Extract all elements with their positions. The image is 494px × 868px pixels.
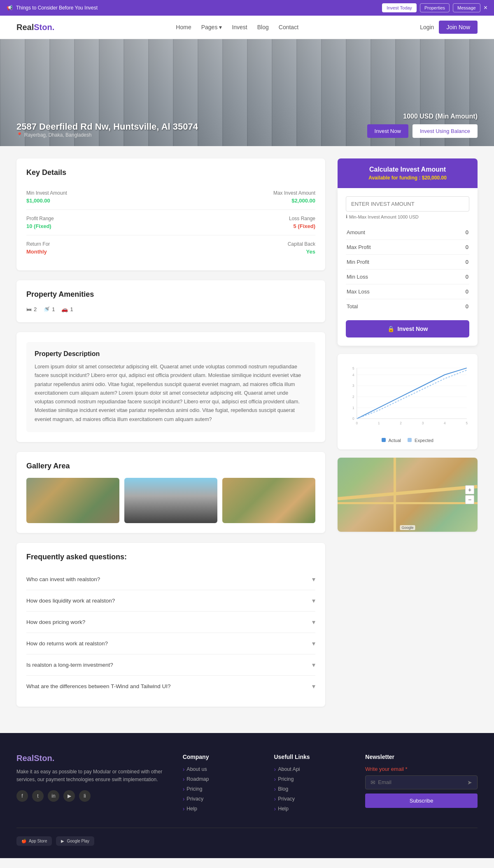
newsletter-input-wrap: ✉ ➤ (365, 775, 478, 789)
nav-invest[interactable]: Invest (232, 24, 247, 30)
faq-question-5[interactable]: Is realston a long-term investment? ▾ (26, 661, 315, 669)
car-count: 1 (70, 306, 73, 312)
calculator-invest-button[interactable]: 🔒 Invest Now (346, 320, 469, 337)
social-instagram-icon[interactable]: in (48, 790, 59, 802)
invest-today-button[interactable]: Invest Today (382, 3, 417, 12)
faq-question-text-2: How does liquidity work at realston? (26, 598, 115, 604)
calc-value-min-profit: 0 (450, 255, 469, 270)
useful-privacy-link[interactable]: Privacy (274, 796, 349, 802)
footer-company-col: Company About us Roadmap Pricing Privacy… (183, 754, 258, 815)
social-twitter-icon[interactable]: t (32, 790, 44, 802)
loss-range-value: 5 (Fixed) (171, 223, 315, 229)
svg-text:4: 4 (444, 421, 446, 425)
login-button[interactable]: Login (420, 24, 434, 30)
useful-col-title: Usefull Links (274, 754, 349, 760)
company-link-roadmap: Roadmap (183, 776, 258, 782)
calculator-title: Calculate Invest Amount (346, 166, 469, 173)
svg-text:0: 0 (356, 421, 358, 425)
amenities-title: Property Amenities (26, 290, 315, 299)
nav-blog[interactable]: Blog (257, 24, 269, 30)
faq-question-text-6: What are the differences between T-Wind … (26, 683, 170, 689)
faq-question-1[interactable]: Who can invest with realston? ▾ (26, 575, 315, 583)
useful-api-link[interactable]: About Api (274, 766, 349, 773)
left-column: Key Details Min Invest Amount $1,000.00 … (16, 158, 325, 717)
newsletter-label: Write your email * (365, 766, 478, 772)
notification-left: 📢 Things to Consider Before You Invest (7, 5, 98, 11)
properties-button[interactable]: Properties (420, 3, 450, 12)
svg-text:2: 2 (352, 395, 354, 399)
hero-content: 2587 Deerfiled Rd Nw, Huntsville, Al 350… (0, 105, 494, 146)
map-box: + − Google (338, 458, 478, 532)
company-roadmap-link[interactable]: Roadmap (183, 776, 258, 782)
map-label: Google (400, 525, 415, 530)
actual-legend: Actual (382, 438, 401, 443)
car-amenity: 🚗 1 (61, 306, 73, 312)
svg-text:4: 4 (352, 373, 354, 377)
footer-brand: RealSton. Make it as easy as possible to… (16, 754, 166, 815)
hero-invest-now-button[interactable]: Invest Now (367, 124, 408, 138)
faq-question-text-5: Is realston a long-term investment? (26, 662, 113, 668)
hero-invest-balance-button[interactable]: Invest Using Balance (412, 124, 478, 138)
useful-link-api: About Api (274, 766, 349, 773)
min-amount-label: 1000 USD (Min Amount) (367, 113, 478, 120)
faq-question-3[interactable]: How does pricing work? ▾ (26, 618, 315, 626)
svg-text:3: 3 (422, 421, 424, 425)
hero-investment-block: 1000 USD (Min Amount) Invest Now Invest … (367, 113, 478, 138)
faq-item-6: What are the differences between T-Wind … (26, 676, 315, 697)
useful-pricing-link[interactable]: Pricing (274, 776, 349, 782)
svg-text:0: 0 (352, 417, 354, 421)
useful-blog-link[interactable]: Blog (274, 786, 349, 792)
social-facebook-icon[interactable]: f (16, 790, 28, 802)
map-controls: + − (465, 485, 474, 504)
footer: RealSton. Make it as easy as possible to… (0, 733, 494, 858)
company-about-link[interactable]: About us (183, 766, 258, 773)
hero-action-buttons: Invest Now Invest Using Balance (367, 124, 478, 138)
description-title: Property Description (35, 350, 307, 358)
notification-close-button[interactable]: × (484, 4, 487, 12)
actual-legend-dot (382, 438, 386, 442)
pages-chevron-icon: ▾ (219, 24, 222, 30)
invest-amount-input[interactable] (346, 196, 469, 212)
map-zoom-out-button[interactable]: − (465, 495, 474, 504)
nav-pages[interactable]: Pages ▾ (201, 24, 222, 30)
description-card: Property Description Lorem ipsum dolor s… (16, 332, 325, 442)
google-play-badge[interactable]: ▶ Google Play (56, 836, 94, 846)
company-help-link[interactable]: Help (183, 805, 258, 812)
map-zoom-in-button[interactable]: + (465, 485, 474, 494)
faq-question-6[interactable]: What are the differences between T-Wind … (26, 682, 315, 690)
main-content: Key Details Min Invest Amount $1,000.00 … (8, 158, 486, 717)
message-button[interactable]: Message (453, 3, 480, 12)
calc-label-max-loss: Max Loss (346, 284, 450, 299)
faq-question-text-4: How do returns work at realston? (26, 640, 108, 647)
bed-icon: 🛏 (26, 306, 32, 312)
newsletter-email-input[interactable] (378, 779, 467, 785)
nav-home[interactable]: Home (176, 24, 191, 30)
company-links-list: About us Roadmap Pricing Privacy Help (183, 766, 258, 812)
company-pricing-link[interactable]: Pricing (183, 786, 258, 792)
profit-range-value: 10 (Fixed) (26, 223, 171, 229)
faq-chevron-1: ▾ (312, 575, 315, 583)
faq-question-text-3: How does pricing work? (26, 619, 85, 625)
faq-item-5: Is realston a long-term investment? ▾ (26, 654, 315, 676)
join-button[interactable]: Join Now (439, 21, 478, 34)
faq-chevron-5: ▾ (312, 661, 315, 669)
subscribe-button[interactable]: Subscribe (365, 794, 478, 808)
app-store-badge[interactable]: 🍎 App Store (16, 836, 52, 846)
profit-range-item: Profit Range 10 (Fixed) (26, 210, 171, 235)
social-linkedin-icon[interactable]: li (79, 790, 91, 802)
social-youtube-icon[interactable]: ▶ (63, 790, 75, 802)
faq-question-2[interactable]: How does liquidity work at realston? ▾ (26, 597, 315, 605)
company-privacy-link[interactable]: Privacy (183, 796, 258, 802)
nav-contact[interactable]: Contact (279, 24, 298, 30)
description-text: Lorem ipsum dolor sit amet consectetur a… (35, 363, 307, 424)
max-invest-value: $2,000.00 (171, 198, 315, 204)
return-for-label: Return For (26, 241, 171, 247)
svg-text:1: 1 (352, 406, 354, 410)
footer-social: f t in ▶ li (16, 790, 166, 802)
max-invest-label: Max Invest Amount (171, 190, 315, 196)
useful-help-link[interactable]: Help (274, 805, 349, 812)
company-link-privacy: Privacy (183, 796, 258, 802)
useful-link-pricing: Pricing (274, 776, 349, 782)
footer-newsletter-col: Newsletter Write your email * ✉ ➤ Subscr… (365, 754, 478, 815)
faq-question-4[interactable]: How do returns work at realston? ▾ (26, 640, 315, 647)
